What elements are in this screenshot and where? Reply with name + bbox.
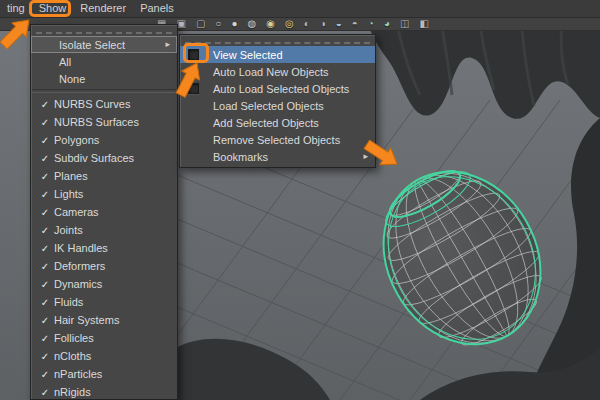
menu-item-label: NURBS Surfaces: [54, 116, 139, 128]
check-icon: ✓: [38, 261, 52, 272]
menu-item-label: Deformers: [54, 260, 105, 272]
menu-item-label: IK Handles: [54, 242, 108, 254]
show-menu-item-polygons[interactable]: ✓Polygons: [31, 131, 177, 149]
show-menu-item-isolate-select[interactable]: Isolate Select ▸: [31, 36, 177, 53]
screen-space-ao-icon[interactable]: ◑: [320, 19, 326, 29]
show-dropdown-menu: Isolate Select ▸ All None ✓NURBS Curves✓…: [30, 24, 178, 400]
menu-item-label: Cameras: [54, 206, 99, 218]
isolate-select-icon[interactable]: ◔: [368, 19, 374, 29]
show-menu-item-fluids[interactable]: ✓Fluids: [31, 293, 177, 311]
menu-item-label: Lights: [54, 188, 83, 200]
isolate-submenu-item-remove-selected-objects[interactable]: Remove Selected Objects: [180, 131, 375, 148]
menu-show[interactable]: Show: [32, 0, 74, 17]
check-icon: ✓: [38, 189, 52, 200]
show-menu-item-ik-handles[interactable]: ✓IK Handles: [31, 239, 177, 257]
show-menu-item-all[interactable]: All: [31, 53, 177, 70]
menu-item-label: All: [59, 56, 71, 68]
check-icon: ✓: [38, 99, 52, 110]
menu-separator: [32, 89, 176, 93]
show-menu-item-joints[interactable]: ✓Joints: [31, 221, 177, 239]
menu-item-label: Fluids: [54, 296, 83, 308]
menu-item-label: Add Selected Objects: [213, 117, 319, 129]
menu-item-label: nRigids: [54, 386, 91, 398]
show-menu-item-dynamics[interactable]: ✓Dynamics: [31, 275, 177, 293]
exposure-icon[interactable]: ◧: [419, 19, 428, 29]
check-icon: ✓: [38, 225, 52, 236]
menu-item-label: nParticles: [54, 368, 102, 380]
show-menu-item-lights[interactable]: ✓Lights: [31, 185, 177, 203]
menu-item-label: Subdiv Surfaces: [54, 152, 134, 164]
textured-mode-icon[interactable]: ◉: [266, 19, 275, 29]
motion-blur-icon[interactable]: ◒: [336, 19, 342, 29]
menu-renderer[interactable]: Renderer: [73, 0, 133, 17]
show-menu-item-nurbs-surfaces[interactable]: ✓NURBS Surfaces: [31, 113, 177, 131]
show-menu-item-ncloths[interactable]: ✓nCloths: [31, 347, 177, 365]
show-menu-item-nrigids[interactable]: ✓nRigids: [31, 383, 177, 400]
menu-item-label: nCloths: [54, 350, 91, 362]
check-icon: ✓: [38, 153, 52, 164]
menu-item-label: Follicles: [54, 332, 94, 344]
panel-menubar: ting Show Renderer Panels: [0, 0, 600, 18]
menu-item-label: Auto Load Selected Objects: [213, 83, 349, 95]
submenu-arrow-icon: ▸: [363, 148, 368, 165]
checkbox-view-selected[interactable]: [188, 49, 199, 60]
shaded-mode-icon[interactable]: ●: [231, 19, 237, 29]
isolate-select-submenu: View SelectedAuto Load New ObjectsAuto L…: [179, 34, 376, 168]
show-menu-item-follicles[interactable]: ✓Follicles: [31, 329, 177, 347]
tearoff-handle[interactable]: [185, 36, 370, 44]
check-icon: ✓: [38, 171, 52, 182]
show-menu-checklist: ✓NURBS Curves✓NURBS Surfaces✓Polygons✓Su…: [31, 95, 177, 400]
shadows-icon[interactable]: ◐: [304, 19, 310, 29]
show-menu-item-deformers[interactable]: ✓Deformers: [31, 257, 177, 275]
isolate-submenu-item-load-selected-objects[interactable]: Load Selected Objects: [180, 97, 375, 114]
multisampling-icon[interactable]: ◓: [352, 19, 358, 29]
show-menu-item-nurbs-curves[interactable]: ✓NURBS Curves: [31, 95, 177, 113]
menu-item-label: Dynamics: [54, 278, 102, 290]
xray-icon[interactable]: ◕: [384, 19, 390, 29]
check-icon: ✓: [38, 351, 52, 362]
film-gate-icon[interactable]: ▢: [196, 19, 205, 29]
isolate-submenu-item-view-selected[interactable]: View Selected: [180, 46, 375, 63]
menu-item-label: Polygons: [54, 134, 99, 146]
check-icon: ✓: [38, 207, 52, 218]
show-menu-item-nparticles[interactable]: ✓nParticles: [31, 365, 177, 383]
menu-item-label: Joints: [54, 224, 83, 236]
menu-item-label: Hair Systems: [54, 314, 119, 326]
menu-item-label: Bookmarks: [213, 151, 268, 163]
check-icon: ✓: [38, 279, 52, 290]
show-menu-item-subdiv-surfaces[interactable]: ✓Subdiv Surfaces: [31, 149, 177, 167]
submenu-arrow-icon: ▸: [165, 36, 170, 53]
isolate-submenu-item-add-selected-objects[interactable]: Add Selected Objects: [180, 114, 375, 131]
menu-item-label: Remove Selected Objects: [213, 134, 340, 146]
isolate-submenu-items: View SelectedAuto Load New ObjectsAuto L…: [180, 46, 375, 165]
check-icon: ✓: [38, 333, 52, 344]
show-menu-item-planes[interactable]: ✓Planes: [31, 167, 177, 185]
use-all-lights-icon[interactable]: ◎: [285, 19, 294, 29]
menu-item-label: NURBS Curves: [54, 98, 130, 110]
menu-item-label: None: [59, 73, 85, 85]
check-icon: ✓: [38, 315, 52, 326]
xray-joints-icon[interactable]: ◫: [400, 19, 409, 29]
check-icon: ✓: [38, 297, 52, 308]
check-icon: ✓: [38, 117, 52, 128]
isolate-submenu-item-bookmarks[interactable]: Bookmarks▸: [180, 148, 375, 165]
tearoff-handle[interactable]: [36, 26, 172, 34]
wireframe-mode-icon[interactable]: ○: [215, 19, 221, 29]
isolate-submenu-item-auto-load-new-objects[interactable]: Auto Load New Objects: [180, 63, 375, 80]
show-menu-item-none[interactable]: None: [31, 70, 177, 87]
menu-item-label: View Selected: [213, 49, 283, 61]
menu-panels[interactable]: Panels: [133, 0, 181, 17]
wireframe-on-shaded-icon[interactable]: ◍: [247, 19, 256, 29]
check-icon: ✓: [38, 369, 52, 380]
menu-item-label: Planes: [54, 170, 88, 182]
menu-item-label: Load Selected Objects: [213, 100, 324, 112]
check-icon: ✓: [38, 243, 52, 254]
check-icon: ✓: [38, 135, 52, 146]
checkbox-auto-load-selected-objects[interactable]: [188, 83, 199, 94]
menu-item-label: Auto Load New Objects: [213, 66, 329, 78]
show-menu-item-hair-systems[interactable]: ✓Hair Systems: [31, 311, 177, 329]
show-menu-item-cameras[interactable]: ✓Cameras: [31, 203, 177, 221]
check-icon: ✓: [38, 387, 52, 398]
menu-lighting-partial[interactable]: ting: [0, 0, 32, 17]
isolate-submenu-item-auto-load-selected-objects[interactable]: Auto Load Selected Objects: [180, 80, 375, 97]
